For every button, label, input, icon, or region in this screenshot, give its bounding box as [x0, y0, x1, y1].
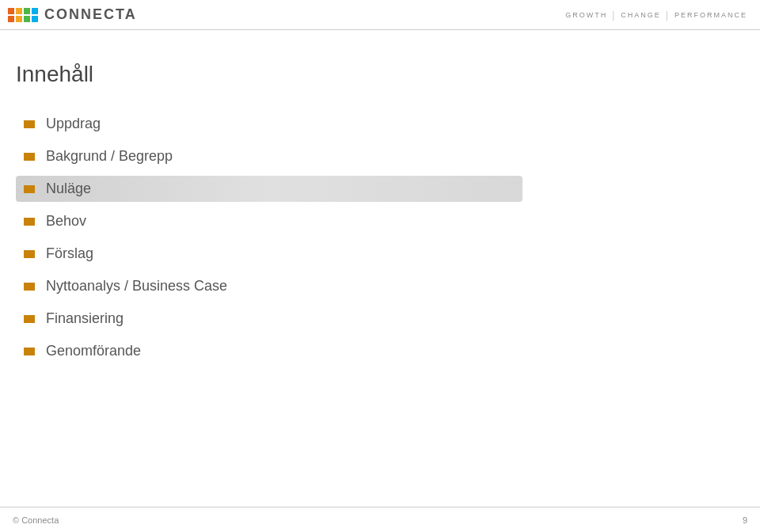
bullet-icon: [24, 185, 35, 193]
menu-list: UppdragBakgrund / BegreppNulägeBehovFörs…: [16, 111, 720, 364]
footer-copyright: © Connecta: [13, 515, 59, 525]
bullet-icon: [24, 348, 35, 355]
list-item[interactable]: Finansiering: [16, 306, 720, 332]
menu-item-label: Förslag: [46, 245, 93, 262]
main-content: Innehåll UppdragBakgrund / BegreppNuläge…: [0, 30, 760, 388]
menu-item-label: Genomförande: [46, 343, 141, 359]
logo-area: CONNECTA: [8, 6, 137, 23]
list-item[interactable]: Uppdrag: [16, 111, 720, 137]
header-tagline: GROWTH | CHANGE | PERFORMANCE: [565, 10, 747, 21]
bullet-icon: [24, 120, 35, 128]
bullet-icon: [24, 250, 35, 258]
list-item[interactable]: Bakgrund / Begrepp: [16, 143, 720, 169]
menu-item-label: Uppdrag: [46, 116, 101, 132]
tagline-sep2: |: [666, 10, 670, 21]
menu-item-label: Nyttoanalys / Business Case: [46, 278, 227, 294]
list-item[interactable]: Nuläge: [16, 176, 522, 202]
list-item[interactable]: Genomförande: [16, 338, 720, 364]
logo-text: CONNECTA: [44, 6, 137, 23]
tagline-performance: PERFORMANCE: [674, 11, 747, 19]
menu-item-label: Bakgrund / Begrepp: [46, 148, 173, 165]
menu-item-label: Finansiering: [46, 310, 124, 327]
tagline-change: CHANGE: [621, 11, 661, 19]
menu-item-label: Behov: [46, 213, 86, 230]
menu-item-label: Nuläge: [46, 180, 91, 197]
bullet-icon: [24, 153, 35, 161]
list-item[interactable]: Nyttoanalys / Business Case: [16, 273, 720, 299]
list-item[interactable]: Behov: [16, 208, 720, 234]
footer: © Connecta 9: [0, 507, 760, 532]
page-title: Innehåll: [16, 62, 720, 87]
header: CONNECTA GROWTH | CHANGE | PERFORMANCE: [0, 0, 760, 30]
bullet-icon: [24, 315, 35, 323]
tagline-growth: GROWTH: [565, 11, 607, 19]
footer-page-number: 9: [743, 515, 747, 525]
list-item[interactable]: Förslag: [16, 241, 720, 267]
bullet-icon: [24, 218, 35, 226]
tagline-sep1: |: [612, 10, 616, 21]
logo-icon: [8, 8, 38, 22]
bullet-icon: [24, 283, 35, 291]
